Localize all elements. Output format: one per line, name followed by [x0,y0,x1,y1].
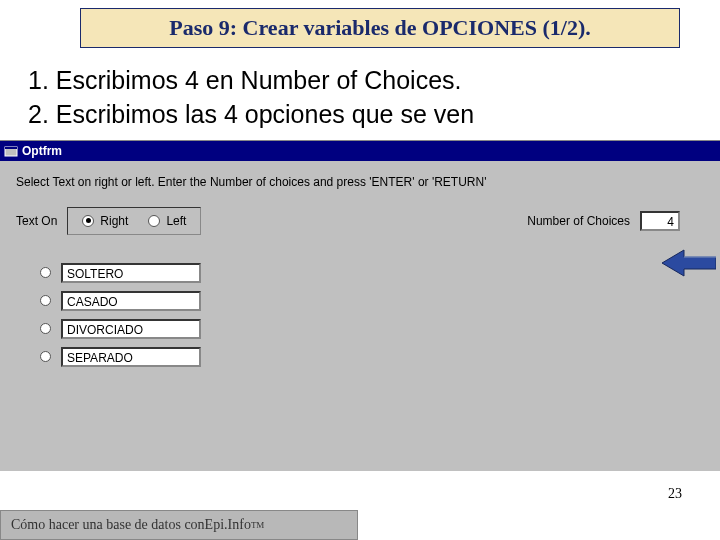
radio-right[interactable]: Right [82,214,128,228]
choice-input-2[interactable]: CASADO [61,291,201,311]
radio-left-label: Left [166,214,186,228]
top-row: Text On Right Left Number of Choices 4 [10,207,710,235]
step-2: 2. Escribimos las 4 opciones que se ven [28,98,692,132]
radio-left-dot [148,215,160,227]
page-number: 23 [668,486,682,502]
choice-row-4: SEPARADO [40,347,710,367]
footer-bar: Cómo hacer una base de datos con Epi.Inf… [0,510,358,540]
optfrm-window: Optfrm Select Text on right or left. Ent… [0,140,720,471]
footer-text-prefix: Cómo hacer una base de datos con [11,517,205,533]
radio-left[interactable]: Left [148,214,186,228]
choice-radio-2[interactable] [40,295,51,306]
choice-input-3[interactable]: DIVORCIADO [61,319,201,339]
step-1: 1. Escribimos 4 en Number of Choices. [28,64,692,98]
choice-row-1: SOLTERO [40,263,710,283]
panel-instruction: Select Text on right or left. Enter the … [16,175,710,189]
radio-right-dot [82,215,94,227]
pointer-arrow-icon [662,248,716,282]
choice-input-4[interactable]: SEPARADO [61,347,201,367]
svg-rect-1 [5,147,17,149]
app-icon [4,144,18,158]
num-choices-group: Number of Choices 4 [527,211,680,231]
window-title: Optfrm [22,144,62,158]
choice-row-3: DIVORCIADO [40,319,710,339]
footer-app-name: Epi.Info [205,517,251,533]
radio-right-label: Right [100,214,128,228]
num-choices-input[interactable]: 4 [640,211,680,231]
num-choices-label: Number of Choices [527,214,630,228]
footer-tm: TM [251,520,265,530]
window-panel: Select Text on right or left. Enter the … [0,161,720,471]
slide-instructions: 1. Escribimos 4 en Number of Choices. 2.… [0,60,720,140]
choice-radio-4[interactable] [40,351,51,362]
slide-title: Paso 9: Crear variables de OPCIONES (1/2… [169,15,590,40]
choice-radio-1[interactable] [40,267,51,278]
text-position-radio-group: Right Left [67,207,201,235]
window-titlebar: Optfrm [0,141,720,161]
choice-radio-3[interactable] [40,323,51,334]
svg-marker-2 [662,250,716,276]
choice-input-1[interactable]: SOLTERO [61,263,201,283]
choice-row-2: CASADO [40,291,710,311]
slide-title-box: Paso 9: Crear variables de OPCIONES (1/2… [80,8,680,48]
text-on-label: Text On [16,214,57,228]
